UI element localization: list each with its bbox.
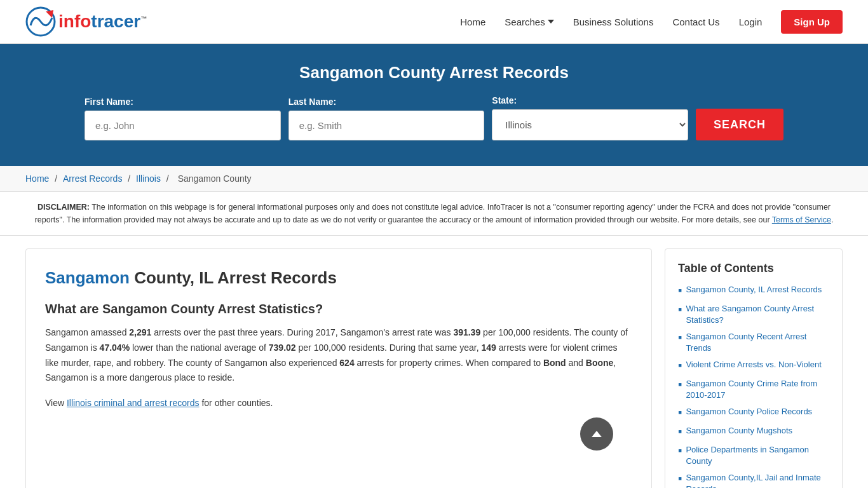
last-name-group: Last Name: xyxy=(288,97,485,140)
toc-item-4: ▪ Sangamon County Police Records xyxy=(678,406,829,420)
nav-searches[interactable]: Searches xyxy=(505,17,553,27)
breadcrumb-arrest-records[interactable]: Arrest Records xyxy=(63,173,122,184)
scroll-up-button[interactable] xyxy=(580,417,613,451)
logo-icon xyxy=(25,6,56,37)
breadcrumb-sep2: / xyxy=(128,173,133,184)
section1-heading: What are Sangamon County Arrest Statisti… xyxy=(45,302,632,316)
breadcrumb-illinois[interactable]: Illinois xyxy=(136,173,161,184)
state-group: State: Illinois Alabama Alaska Arizona A… xyxy=(492,95,688,140)
toc-sub-link-1[interactable]: Violent Crime Arrests vs. Non-Violent xyxy=(686,359,821,370)
toc-bullet-5: ▪ xyxy=(678,425,682,439)
toc-list: ▪ Sangamon County, IL Arrest Records ▪ W… xyxy=(678,284,829,488)
logo[interactable]: infotracer™ xyxy=(25,6,147,37)
toc-item-7: ▪ Sangamon County,IL Jail and Inmate Rec… xyxy=(678,472,829,488)
article-title-highlight: Sangamon xyxy=(45,268,130,287)
hero-section: Sangamon County Arrest Records First Nam… xyxy=(0,44,868,166)
disclaimer-label: DISCLAIMER: xyxy=(37,203,90,212)
toc-bullet-4: ▪ xyxy=(678,406,682,420)
toc-link-1[interactable]: Sangamon County, IL Arrest Records xyxy=(686,284,822,295)
toc-link-4[interactable]: Sangamon County Police Records xyxy=(686,406,812,417)
toc-heading: Table of Contents xyxy=(678,262,829,275)
login-button[interactable]: Login xyxy=(739,17,763,27)
disclaimer-end: . xyxy=(831,215,833,224)
article-title: Sangamon County, IL Arrest Records xyxy=(45,268,632,288)
toc-sub-item-1: ▪ Violent Crime Arrests vs. Non-Violent xyxy=(678,359,829,373)
illinois-records-link[interactable]: Illinois criminal and arrest records xyxy=(67,398,200,408)
toc-item-6: ▪ Police Departments in Sangamon County xyxy=(678,444,829,467)
last-name-label: Last Name: xyxy=(288,97,336,107)
toc-link-6[interactable]: Police Departments in Sangamon County xyxy=(686,444,829,467)
main-article: Sangamon County, IL Arrest Records What … xyxy=(25,248,652,488)
toc-sub-item-2: ▪ Sangamon County Crime Rate from 2010-2… xyxy=(678,378,829,401)
disclaimer-text: The information on this webpage is for g… xyxy=(35,203,831,224)
state-label: State: xyxy=(492,95,517,105)
breadcrumb-sangamon-county: Sangamon County xyxy=(178,173,252,184)
nav-contact-us[interactable]: Contact Us xyxy=(672,17,719,27)
terms-link[interactable]: Terms of Service xyxy=(772,215,831,224)
toc-item-2: ▪ What are Sangamon County Arrest Statis… xyxy=(678,303,829,326)
nav-business-solutions[interactable]: Business Solutions xyxy=(573,17,654,27)
toc-item-3: ▪ Sangamon County Recent Arrest Trends xyxy=(678,331,829,354)
state-select[interactable]: Illinois Alabama Alaska Arizona Arkansas… xyxy=(492,109,688,140)
signup-button[interactable]: Sign Up xyxy=(781,10,843,34)
toc-sub-bullet-2: ▪ xyxy=(678,378,682,392)
section1-paragraph1: Sangamon amassed 2,291 arrests over the … xyxy=(45,325,632,386)
scroll-up-arrow-icon xyxy=(592,431,602,437)
toc-sublist: ▪ Violent Crime Arrests vs. Non-Violent … xyxy=(678,359,829,401)
first-name-label: First Name: xyxy=(85,97,133,107)
breadcrumb-home[interactable]: Home xyxy=(25,173,49,184)
nav-home[interactable]: Home xyxy=(460,17,485,27)
article-title-rest: County, IL Arrest Records xyxy=(130,268,337,287)
disclaimer-bar: DISCLAIMER: The information on this webp… xyxy=(0,192,868,236)
toc-bullet-7: ▪ xyxy=(678,472,682,486)
logo-text: infotracer™ xyxy=(58,11,147,32)
breadcrumb: Home / Arrest Records / Illinois / Sanga… xyxy=(0,166,868,192)
toc-sub-link-2[interactable]: Sangamon County Crime Rate from 2010-201… xyxy=(686,378,829,401)
toc-link-5[interactable]: Sangamon County Mugshots xyxy=(686,425,792,437)
article-bottom xyxy=(45,421,632,459)
toc-bullet-2: ▪ xyxy=(678,303,682,317)
chevron-down-icon xyxy=(548,20,554,24)
toc-link-7[interactable]: Sangamon County,IL Jail and Inmate Recor… xyxy=(686,472,829,488)
section1-paragraph2: View Illinois criminal and arrest record… xyxy=(45,396,632,411)
breadcrumb-sep1: / xyxy=(55,173,60,184)
toc-bullet-1: ▪ xyxy=(678,284,682,298)
toc-item-1: ▪ Sangamon County, IL Arrest Records xyxy=(678,284,829,298)
first-name-input[interactable] xyxy=(85,111,281,140)
search-form: First Name: Last Name: State: Illinois A… xyxy=(85,95,783,140)
toc-item-5: ▪ Sangamon County Mugshots xyxy=(678,425,829,439)
last-name-input[interactable] xyxy=(288,111,485,140)
table-of-contents: Table of Contents ▪ Sangamon County, IL … xyxy=(665,248,843,488)
toc-link-2[interactable]: What are Sangamon County Arrest Statisti… xyxy=(686,303,829,326)
hero-title: Sangamon County Arrest Records xyxy=(25,63,843,83)
content-wrapper: Sangamon County, IL Arrest Records What … xyxy=(0,236,868,488)
toc-bullet-3: ▪ xyxy=(678,331,682,345)
main-nav: Home Searches Business Solutions Contact… xyxy=(460,10,843,34)
toc-sub-bullet-1: ▪ xyxy=(678,359,682,373)
toc-link-3[interactable]: Sangamon County Recent Arrest Trends xyxy=(686,331,829,354)
site-header: infotracer™ Home Searches Business Solut… xyxy=(0,0,868,44)
breadcrumb-sep3: / xyxy=(166,173,172,184)
toc-bullet-6: ▪ xyxy=(678,444,682,458)
search-button[interactable]: SEARCH xyxy=(696,109,783,140)
first-name-group: First Name: xyxy=(85,97,281,140)
